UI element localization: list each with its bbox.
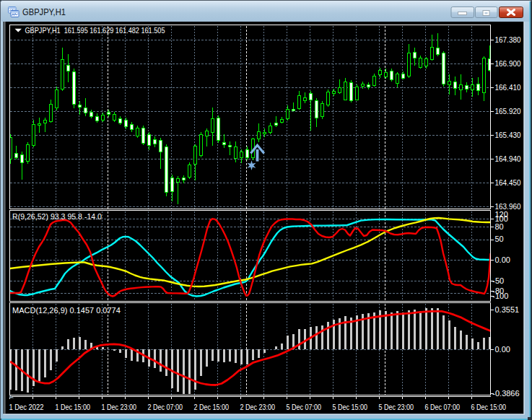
svg-text:-50: -50: [492, 276, 504, 285]
svg-text:166.410: 166.410: [495, 83, 521, 92]
svg-text:-0.3866: -0.3866: [492, 389, 519, 398]
svg-text:164.450: 164.450: [495, 178, 521, 187]
svg-text:5 Dec 07:00: 5 Dec 07:00: [287, 403, 322, 411]
svg-text:1 Dec 2022: 1 Dec 2022: [9, 403, 44, 411]
svg-text:0.00: 0.00: [495, 255, 510, 264]
svg-text:0.00: 0.00: [495, 345, 510, 354]
svg-text:50: 50: [495, 235, 504, 243]
svg-text:2 Dec 23:00: 2 Dec 23:00: [240, 403, 276, 411]
svg-text:165.430: 165.430: [495, 131, 521, 139]
svg-text:165.920: 165.920: [495, 107, 521, 115]
svg-text:6 Dec 07:00: 6 Dec 07:00: [425, 403, 461, 411]
svg-text:5 Dec 23:00: 5 Dec 23:00: [379, 403, 414, 411]
svg-text:GBPJPY,H1 161.595 161.629 161: GBPJPY,H1 161.595 161.629 161.482 161.50…: [25, 26, 165, 35]
svg-text:-100: -100: [492, 292, 508, 300]
svg-text:MACD(12,26,9) 0.1457 0.0774: MACD(12,26,9) 0.1457 0.0774: [12, 306, 121, 315]
svg-text:GBPJPY,H1: GBPJPY,H1: [22, 7, 66, 17]
svg-text:166.900: 166.900: [495, 59, 521, 68]
svg-text:2 Dec 07:00: 2 Dec 07:00: [148, 403, 183, 411]
svg-text:164.940: 164.940: [495, 154, 521, 163]
svg-text:167.380: 167.380: [495, 35, 521, 44]
svg-text:1 Dec 23:00: 1 Dec 23:00: [102, 403, 137, 411]
svg-text:0.3551: 0.3551: [495, 305, 520, 314]
svg-text:163.960: 163.960: [495, 202, 521, 211]
svg-text:80: 80: [495, 222, 504, 231]
svg-text:5 Dec 15:00: 5 Dec 15:00: [333, 403, 368, 411]
svg-text:6 Dec 15:00: 6 Dec 15:00: [471, 403, 507, 411]
svg-text:R(9,26,52) 93.3 95.8 -14.0: R(9,26,52) 93.3 95.8 -14.0: [12, 212, 102, 221]
svg-text:1 Dec 15:00: 1 Dec 15:00: [56, 403, 91, 411]
svg-text:2 Dec 15:00: 2 Dec 15:00: [194, 403, 230, 411]
